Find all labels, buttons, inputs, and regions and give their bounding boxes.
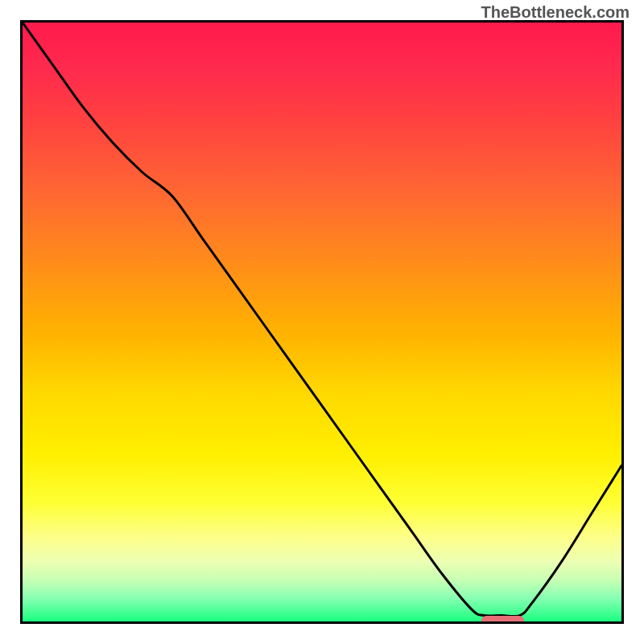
chart-plot-area (20, 20, 624, 624)
watermark-text: TheBottleneck.com (481, 3, 630, 22)
chart-curve-svg (23, 23, 621, 621)
bottleneck-curve (23, 23, 621, 617)
optimal-range-marker (481, 616, 524, 625)
